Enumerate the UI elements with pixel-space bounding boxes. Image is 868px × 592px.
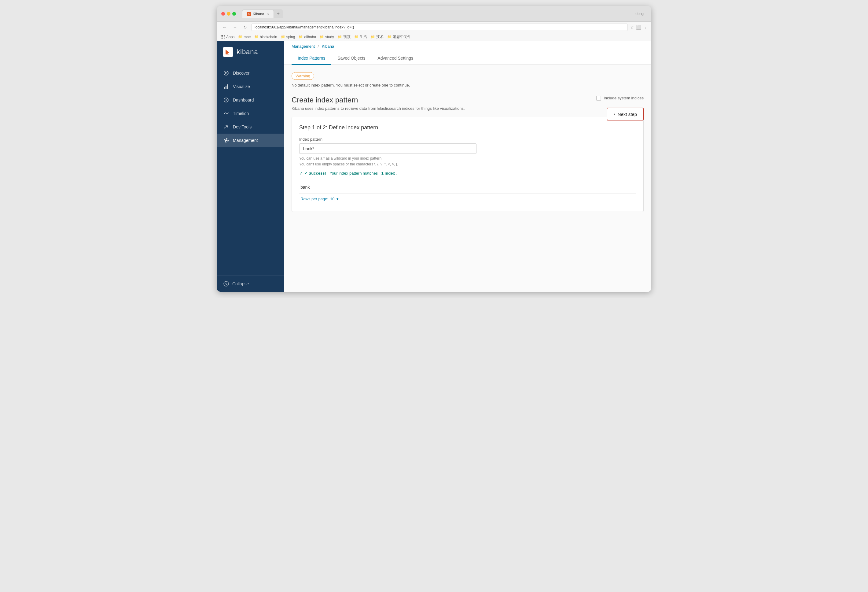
collapse-label: Collapse — [232, 281, 249, 286]
breadcrumb-kibana[interactable]: Kibana — [322, 44, 334, 49]
section-description: Kibana uses index patterns to retrieve d… — [292, 106, 465, 111]
chevron-down-icon: ▾ — [337, 197, 339, 201]
bookmark-middleware[interactable]: 📁 消息中间件 — [387, 34, 411, 40]
rows-per-page-control[interactable]: Rows per page: 10 ▾ — [299, 194, 636, 204]
success-message-text: Your index pattern matches — [329, 171, 378, 176]
tab-advanced-settings[interactable]: Advanced Settings — [371, 52, 419, 65]
next-step-button[interactable]: › Next step — [607, 108, 644, 120]
sidebar-item-devtools[interactable]: Dev Tools — [217, 120, 284, 134]
title-bar: K Kibana × + dong — [217, 6, 651, 22]
bookmark-apps-label: Apps — [226, 35, 235, 39]
index-pattern-input[interactable] — [299, 144, 477, 154]
tabs-bar: Index Patterns Saved Objects Advanced Se… — [284, 52, 651, 65]
bookmark-apps[interactable]: Apps — [221, 35, 235, 39]
bookmark-mac[interactable]: 📁 mac — [238, 35, 251, 39]
sidebar-item-timelion[interactable]: Timelion — [217, 107, 284, 120]
kibana-logo-icon — [223, 47, 233, 57]
back-button[interactable]: ← — [221, 24, 229, 30]
devtools-icon — [223, 124, 229, 130]
new-tab-button[interactable]: + — [274, 9, 283, 18]
success-suffix: . — [396, 171, 398, 176]
svg-rect-3 — [226, 86, 226, 89]
username-display: dong — [635, 12, 644, 16]
breadcrumb-management[interactable]: Management — [292, 44, 315, 49]
sidebar-item-management[interactable]: Management — [217, 134, 284, 147]
timelion-icon — [223, 110, 229, 117]
include-system-checkbox[interactable] — [596, 96, 601, 101]
folder-icon: 📁 — [371, 35, 375, 39]
address-bar: ← → ↻ ☆ ⬜ ⋮ — [217, 22, 651, 33]
extension-icon[interactable]: ⬜ — [636, 25, 641, 30]
bookmark-video[interactable]: 📁 视频 — [338, 34, 351, 40]
discover-icon — [223, 70, 229, 76]
sidebar-item-visualize-label: Visualize — [233, 84, 250, 89]
tab-title: Kibana — [253, 12, 264, 16]
url-input[interactable] — [251, 24, 628, 31]
svg-point-7 — [225, 139, 227, 141]
bookmark-mac-label: mac — [244, 35, 251, 39]
bookmark-study-label: study — [325, 35, 334, 39]
bookmark-tech-label: 技术 — [376, 34, 384, 40]
success-check-icon: ✓ — [299, 171, 303, 176]
folder-icon: 📁 — [338, 35, 342, 39]
bookmark-alibaba[interactable]: 📁 alibaba — [298, 35, 316, 39]
folder-icon: 📁 — [387, 35, 391, 39]
svg-rect-2 — [224, 87, 225, 89]
sidebar-collapse-button[interactable]: Collapse — [217, 275, 284, 292]
warning-badge: Warning — [292, 72, 314, 80]
refresh-button[interactable]: ↻ — [241, 24, 249, 30]
browser-tab[interactable]: K Kibana × — [242, 10, 274, 18]
kibana-favicon: K — [247, 12, 251, 16]
result-bank: bank — [300, 185, 310, 189]
rows-per-page-value: 10 — [330, 197, 334, 201]
hint-line2: You can't use empty spaces or the charac… — [299, 162, 398, 166]
svg-point-8 — [224, 281, 229, 286]
tab-close-button[interactable]: × — [267, 12, 269, 16]
sidebar-item-visualize[interactable]: Visualize — [217, 80, 284, 93]
menu-icon[interactable]: ⋮ — [643, 25, 647, 30]
section-title: Create index pattern — [292, 96, 465, 104]
warning-message: No default index pattern. You must selec… — [292, 82, 644, 88]
include-system-container: Include system indices — [596, 96, 644, 101]
svg-rect-4 — [227, 84, 228, 89]
success-count: 1 index — [381, 171, 395, 176]
folder-icon: 📁 — [320, 35, 324, 39]
tab-index-patterns[interactable]: Index Patterns — [292, 52, 331, 65]
bookmark-study[interactable]: 📁 study — [320, 35, 334, 39]
bookmark-life[interactable]: 📁 生活 — [354, 34, 367, 40]
content-area: Warning No default index pattern. You mu… — [284, 65, 651, 292]
traffic-lights — [221, 12, 236, 16]
sidebar-item-discover[interactable]: Discover — [217, 67, 284, 80]
folder-icon: 📁 — [281, 35, 285, 39]
svg-point-0 — [224, 71, 228, 75]
next-step-label: Next step — [618, 112, 637, 117]
minimize-button[interactable] — [227, 12, 230, 16]
hint-wildcard: You can use a * as a wildcard in your in… — [299, 155, 636, 167]
forward-button[interactable]: → — [231, 24, 239, 30]
dashboard-icon — [223, 97, 229, 103]
hint-line1: You can use a * as a wildcard in your in… — [299, 156, 382, 161]
app-container: kibana Discover — [217, 41, 651, 292]
maximize-button[interactable] — [232, 12, 236, 16]
section-header: Create index pattern Kibana uses index p… — [292, 96, 644, 111]
folder-icon: 📁 — [254, 35, 258, 39]
bookmark-life-label: 生活 — [360, 34, 367, 40]
close-button[interactable] — [221, 12, 225, 16]
visualize-icon — [223, 83, 229, 90]
sidebar-item-management-label: Management — [233, 138, 258, 143]
sidebar-item-dashboard[interactable]: Dashboard — [217, 93, 284, 107]
include-system-label: Include system indices — [604, 96, 644, 100]
bookmark-blockchain[interactable]: 📁 blockchain — [254, 35, 277, 39]
bookmark-blockchain-label: blockchain — [260, 35, 277, 39]
results-table: bank Rows per page: 10 ▾ — [299, 181, 636, 204]
main-content: Management / Kibana Index Patterns Saved… — [284, 41, 651, 292]
bookmark-tech[interactable]: 📁 技术 — [371, 34, 384, 40]
tab-saved-objects[interactable]: Saved Objects — [331, 52, 371, 65]
sidebar-item-dashboard-label: Dashboard — [233, 98, 254, 102]
bookmark-middleware-label: 消息中间件 — [393, 34, 411, 40]
sidebar-item-timelion-label: Timelion — [233, 111, 249, 116]
bookmark-icon[interactable]: ☆ — [630, 25, 634, 30]
management-icon — [223, 137, 229, 144]
bookmark-sping[interactable]: 📁 sping — [281, 35, 295, 39]
svg-point-6 — [226, 99, 227, 101]
